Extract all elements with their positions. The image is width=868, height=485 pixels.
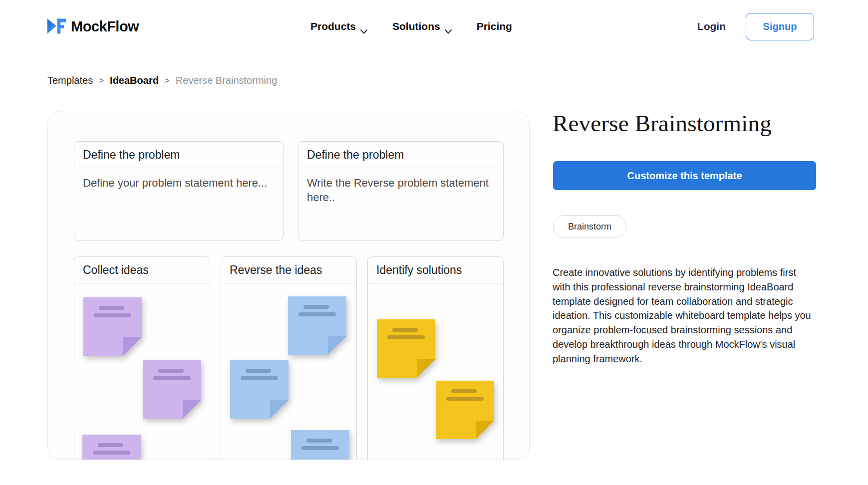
nav-item-solutions[interactable]: Solutions — [392, 20, 452, 32]
sticky-note-purple — [143, 360, 201, 419]
note-fold-corner — [417, 359, 435, 378]
sticky-note-blue — [288, 296, 346, 355]
note-fold-corner — [476, 421, 494, 439]
sticky-note-blue — [230, 360, 289, 419]
breadcrumb-current: Reverse Brainstorming — [176, 75, 277, 86]
note-fold-corner — [328, 336, 346, 355]
note-fold-corner — [183, 400, 201, 419]
brand-name: MockFlow — [71, 18, 139, 35]
breadcrumb: Templates > IdeaBoard > Reverse Brainsto… — [47, 75, 277, 86]
site-header: MockFlow Products Solutions Pricing Logi… — [0, 0, 868, 53]
page: MockFlow Products Solutions Pricing Logi… — [0, 0, 868, 485]
board-card-define-problem: Define the problem Define your problem s… — [74, 141, 284, 241]
breadcrumb-templates[interactable]: Templates — [47, 75, 93, 86]
board-column-title: Identify solutions — [368, 257, 503, 283]
signup-button[interactable]: Signup — [746, 13, 814, 40]
board-card-body: Write the Reverse problem statement here… — [298, 168, 503, 212]
main-nav: Products Solutions Pricing — [310, 0, 512, 53]
breadcrumb-ideaboard[interactable]: IdeaBoard — [110, 75, 159, 86]
sticky-note-purple — [82, 435, 141, 460]
sticky-note-yellow — [436, 381, 494, 439]
board-column-title: Reverse the ideas — [221, 257, 356, 283]
sticky-note-yellow — [377, 319, 435, 378]
nav-label: Products — [310, 20, 356, 32]
template-description: Create innovative solutions by identifyi… — [553, 265, 816, 366]
template-preview-board: Define the problem Define your problem s… — [47, 111, 530, 460]
auth-area: Login Signup — [697, 0, 814, 53]
page-title: Reverse Brainstorming — [553, 110, 822, 137]
note-fold-corner — [123, 337, 142, 356]
breadcrumb-separator: > — [165, 76, 170, 86]
note-fold-corner — [270, 400, 289, 419]
mockflow-logo[interactable]: MockFlow — [46, 0, 139, 53]
tag-brainstorm[interactable]: Brainstorm — [553, 215, 626, 238]
mockflow-logo-icon — [46, 18, 66, 35]
nav-item-pricing[interactable]: Pricing — [477, 20, 512, 32]
sticky-note-purple — [83, 297, 142, 356]
board-card-body: Define your problem statement here... — [74, 168, 283, 198]
sticky-note-blue — [291, 430, 349, 460]
board-card-define-reverse-problem: Define the problem Write the Reverse pro… — [298, 141, 504, 241]
customize-template-button[interactable]: Customize this template — [553, 161, 816, 190]
breadcrumb-separator: > — [99, 76, 104, 86]
board-card-title: Define the problem — [74, 142, 283, 168]
board-column-reverse-ideas: Reverse the ideas — [221, 256, 357, 460]
chevron-down-icon — [445, 24, 452, 29]
nav-label: Pricing — [477, 20, 512, 32]
nav-label: Solutions — [392, 20, 440, 32]
chevron-down-icon — [360, 24, 367, 29]
board-column-collect-ideas: Collect ideas — [74, 256, 210, 460]
board-card-title: Define the problem — [298, 142, 503, 168]
login-link[interactable]: Login — [697, 20, 726, 32]
nav-item-products[interactable]: Products — [310, 20, 367, 32]
board-column-title: Collect ideas — [74, 257, 210, 283]
